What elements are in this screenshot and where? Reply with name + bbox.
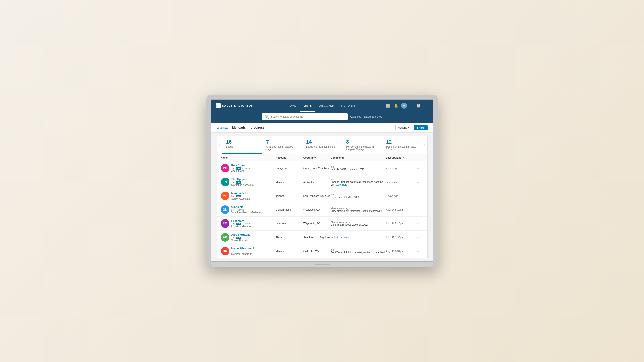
more-options-button[interactable]: ··· xyxy=(413,208,423,212)
lead-name[interactable]: Thu Nguyen xyxy=(231,178,254,181)
avatar: PC xyxy=(221,164,229,172)
lead-info: QN Qiang Ng 1st ✓ Saved Vice President o… xyxy=(221,205,276,214)
comment-author: me xyxy=(331,193,386,196)
user-avatar[interactable]: U xyxy=(401,103,407,109)
stat-item-news[interactable]: 8 Mentioned in the news in the past 30 d… xyxy=(342,136,382,154)
lead-comment: me Phoebe, just got two InMail responses… xyxy=(331,178,386,186)
table-row: FM Filip Maly 2nd CRM ✓ Saved Logistics … xyxy=(217,217,427,231)
crm-badge: CRM xyxy=(236,237,241,239)
lead-name[interactable]: Myriam Felix xyxy=(231,192,250,195)
breadcrumb-separator: › xyxy=(230,126,231,129)
share-button[interactable]: Share xyxy=(414,125,428,130)
lead-name[interactable]: Puja Chau... xyxy=(231,164,251,167)
stat-number-leads: 16 xyxy=(226,139,258,145)
stat-item-changed-jobs[interactable]: 7 Changed jobs in past 90 days xyxy=(262,136,302,154)
lead-comment: me Demo scheduled for 10/30 xyxy=(331,193,386,199)
table-header: Name Account Geography Comments Last upd… xyxy=(217,154,427,161)
lead-account[interactable]: Telendo xyxy=(276,195,303,197)
lead-account[interactable]: Flexis xyxy=(276,236,303,239)
notifications-icon[interactable]: 🔔 xyxy=(393,103,399,109)
search-bar[interactable]: 🔍 xyxy=(262,113,348,120)
avatar: MF xyxy=(221,192,229,200)
more-options-button[interactable]: ··· xyxy=(413,221,423,225)
saved-searches-link[interactable]: Saved Searches xyxy=(364,115,382,118)
more-options-button[interactable]: ··· xyxy=(413,235,423,239)
stats-next-button[interactable]: › xyxy=(422,136,427,154)
more-options-button[interactable]: ··· xyxy=(413,180,423,184)
linkedin-logo-icon: in xyxy=(216,103,221,108)
lead-account[interactable]: Energence xyxy=(276,167,303,170)
stat-item-teamlink[interactable]: 14 Leads with TeamLink intro xyxy=(302,136,342,154)
lead-title: Accountant xyxy=(231,170,251,172)
th-name: Name xyxy=(221,156,276,159)
stat-item-leads[interactable]: 16 Leads xyxy=(222,136,262,154)
stat-label-leads: Leads xyxy=(226,145,258,148)
search-bar-row: 🔍 Advanced Saved Searches xyxy=(211,112,433,123)
breadcrumb-current: My leads in progress xyxy=(232,126,265,129)
nav-divider xyxy=(411,103,411,109)
stats-card: ‹ 16 Leads 7 Changed jobs in past 90 day… xyxy=(217,136,428,154)
nav-right-controls: ⬜ 🔔 U 📋 ⊞ xyxy=(384,103,429,109)
search-icon: 🔍 xyxy=(265,114,270,119)
lead-geography: Weymouth, SC xyxy=(303,222,331,225)
stat-item-posted[interactable]: 12 Posted on LinkedIn in past 30 days xyxy=(382,136,422,154)
lead-account[interactable]: Mintome xyxy=(276,181,303,184)
page-actions: Actions ▾ Share xyxy=(395,125,428,130)
lead-name[interactable]: Qiang Ng xyxy=(231,205,262,208)
breadcrumb-row: Lead lists › My leads in progress Action… xyxy=(211,123,433,133)
presentation-icon[interactable]: ⬜ xyxy=(384,103,391,109)
logo[interactable]: in SALES NAVIGATOR xyxy=(216,103,254,108)
lead-name[interactable]: Filip Maly xyxy=(231,219,252,222)
more-options-button[interactable]: ··· xyxy=(413,249,423,253)
lead-geography: Westwood, GA xyxy=(303,208,331,211)
nav-reports[interactable]: REPORTS xyxy=(338,100,359,112)
lead-info: PC Puja Chau... 2nd CRM ✓ Saved Accounta… xyxy=(221,164,276,172)
lead-account[interactable]: GoldenPhase xyxy=(276,208,303,211)
lead-account[interactable]: Mintome xyxy=(276,250,303,253)
lead-name[interactable]: Aarti Korrapati xyxy=(231,233,251,236)
search-input[interactable] xyxy=(271,115,345,118)
lead-geography: San Francisco Bay Area xyxy=(303,195,331,197)
stats-prev-button[interactable]: ‹ xyxy=(217,136,222,154)
lead-info: AK Aarti Korrapati 2nd CRM Senior Recrui… xyxy=(221,233,276,242)
comment-author: me xyxy=(331,178,386,180)
lead-comment: Phoebe Washington Busy closing out their… xyxy=(331,207,386,212)
table-row: QN Qiang Ng 1st ✓ Saved Vice President o… xyxy=(217,203,427,217)
lead-meta: 2nd CRM xyxy=(231,195,250,197)
lead-account[interactable]: Lamcane xyxy=(276,222,303,225)
lead-info: FM Filip Maly 2nd CRM ✓ Saved Logistics … xyxy=(221,219,276,228)
more-options-button[interactable]: ··· xyxy=(413,194,423,198)
crm-icon[interactable]: 📋 xyxy=(415,103,422,109)
lead-geography: San Francisco Bay Area xyxy=(303,236,331,239)
crm-badge: CRM xyxy=(236,223,241,225)
th-last-updated[interactable]: Last updated ▼ xyxy=(386,156,413,159)
table-row: MF Myriam Felix 2nd CRM Senior Associate… xyxy=(217,189,427,203)
saved-badge: ✓ Saved xyxy=(235,209,244,211)
more-options-button[interactable]: ··· xyxy=(413,166,423,170)
grid-icon[interactable]: ⊞ xyxy=(424,103,429,109)
lead-updated: Aug. 15 2:30pm xyxy=(386,236,413,239)
see-more-link[interactable]: ...see more xyxy=(335,183,347,186)
lead-comment: Phoebe Washington Confirm attendees week… xyxy=(331,221,386,226)
lead-updated: 3 days ago xyxy=(386,195,413,197)
lead-meta: 2nd CRM ✓ Saved xyxy=(231,222,252,225)
lead-geography: Atoka, KY xyxy=(303,181,331,184)
avatar: TN xyxy=(221,178,229,186)
nav-lists[interactable]: LISTS xyxy=(300,100,315,112)
lead-updated: Aug. 15 3:31pm xyxy=(386,250,413,253)
advanced-search-link[interactable]: Advanced xyxy=(350,115,361,118)
saved-badge: ✓ Saved xyxy=(242,167,251,170)
table-row: TN Thu Nguyen 2nd CRM Marketing Associat… xyxy=(217,175,427,189)
lead-title: Logistics Manager xyxy=(231,225,252,228)
breadcrumb-parent[interactable]: Lead lists xyxy=(217,126,228,129)
lead-info: HK Hadya Khoroushi 1st Medical Technicia… xyxy=(221,247,276,255)
crm-badge: CRM xyxy=(236,195,241,197)
add-comment-button[interactable]: ✏ Add comment xyxy=(331,236,386,239)
nav-discover[interactable]: DISCOVER xyxy=(315,100,338,112)
nav-home[interactable]: HOME xyxy=(284,100,300,112)
lead-geography: Gull Lake, WY xyxy=(303,250,331,253)
lead-meta: 2nd CRM ✓ Saved xyxy=(231,167,251,170)
lead-name[interactable]: Hadya Khoroushi xyxy=(231,247,254,250)
crm-badge: CRM xyxy=(236,167,241,170)
actions-button[interactable]: Actions ▾ xyxy=(395,125,412,130)
